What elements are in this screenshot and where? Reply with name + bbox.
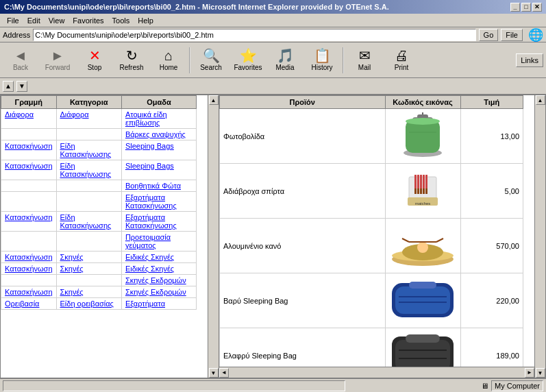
left-table-cell: Ατομικά είδη επιβίωσης (121, 109, 196, 129)
left-table-cell: Είδη Κατασκήνωσης (56, 140, 121, 160)
address-input[interactable] (33, 29, 475, 41)
left-table-link[interactable]: Κατασκήνωση (5, 253, 53, 261)
right-scroll-area[interactable]: Προϊόν Κωδικός εικόνας Τιμή Φωτοβολίδα 1… (219, 95, 534, 367)
left-table-link[interactable]: Ορειβασία (5, 299, 39, 308)
svg-rect-37 (406, 334, 440, 343)
left-table-cell: Κατασκήνωση (1, 212, 57, 232)
menu-favorites[interactable]: Favorites (69, 16, 108, 25)
maximize-button[interactable]: □ (521, 3, 531, 12)
menu-tools[interactable]: Tools (108, 16, 134, 25)
svg-rect-8 (414, 175, 417, 188)
right-scrollbar-h[interactable]: ◄ ► (219, 367, 534, 378)
left-table-link[interactable]: Κατασκήνωση (5, 213, 53, 221)
media-button[interactable]: 🎵 Media (267, 45, 303, 76)
right-table-image-cell (385, 109, 460, 164)
right-table-row: Ελαφρύ Sleeping Bag 189,00 (220, 328, 523, 367)
col-header-kategoria: Κατηγορια (56, 96, 121, 109)
right-table-price: 220,00 (460, 273, 523, 328)
left-table-link[interactable]: Εξαρτήματα Κατασκήνωσης (125, 193, 177, 210)
toolbar: ◄ Back ► Forward ✕ Stop ↻ Refresh ⌂ Home… (0, 42, 546, 78)
left-table-cell: Είδη ορειβασίας (56, 298, 121, 310)
left-table-link[interactable]: Διάφορα (5, 110, 34, 119)
left-table-row: ΟρειβασίαΕίδη ορειβασίαςΕξαρτήματα (1, 298, 197, 310)
left-table-link[interactable]: Ειδικές Σκηνές (125, 253, 174, 261)
left-table-link[interactable]: Κατασκήνωση (5, 142, 53, 150)
scroll-up-button[interactable]: ▲ (209, 95, 219, 105)
left-table-link[interactable]: Σκηνές (60, 265, 84, 273)
right-table-image-cell (385, 273, 460, 328)
left-table-cell: Sleeping Bags (121, 160, 196, 180)
scroll-down-button[interactable]: ▼ (209, 368, 219, 378)
left-table-link[interactable]: Διάφορα (60, 110, 89, 119)
left-table-cell (56, 180, 121, 192)
left-table-row: Προετοιμασία γεύματος (1, 232, 197, 252)
left-table-link[interactable]: Sleeping Bags (125, 162, 174, 170)
left-scroll-area[interactable]: Γραμμή Κατηγορια Ομαδα ΔιάφοραΔιάφοραΑτο… (1, 95, 208, 378)
left-table-link[interactable]: Είδη Κατασκήνωσης (60, 213, 112, 230)
file-button[interactable]: File (501, 29, 523, 41)
left-table-link[interactable]: Κατασκήνωση (5, 265, 53, 273)
left-table-link[interactable]: Ειδικές Σκηνές (125, 265, 174, 273)
left-table-row: ΚατασκήνωσηΣκηνέςΕιδικές Σκηνές (1, 252, 197, 263)
mail-button[interactable]: ✉ Mail (347, 45, 382, 76)
left-table-link[interactable]: Σκηνές Εκδρομών (125, 276, 186, 284)
svg-rect-15 (423, 188, 425, 194)
back-button[interactable]: ◄ Back (3, 45, 38, 76)
favorites-button[interactable]: ⭐ Favorites (230, 45, 266, 76)
left-table-link[interactable]: Προετοιμασία γεύματος (125, 233, 171, 249)
right-table-product: Ελαφρύ Sleeping Bag (220, 328, 386, 367)
links-button[interactable]: Links (516, 53, 543, 67)
history-button[interactable]: 📋 History (304, 45, 340, 76)
back-label: Back (13, 64, 28, 71)
stop-button[interactable]: ✕ Stop (77, 45, 112, 76)
left-table-link[interactable]: Ατομικά είδη επιβίωσης (125, 110, 167, 127)
go-button[interactable]: Go (479, 29, 499, 41)
left-table-link[interactable]: Σκηνές (60, 253, 84, 261)
menu-help[interactable]: Help (134, 16, 158, 25)
home-button[interactable]: ⌂ Home (151, 45, 186, 76)
left-table-link[interactable]: Βάρκες αναψυχής (125, 130, 186, 138)
right-table-product: Αδιάβροχα σπίρτα (220, 164, 386, 219)
left-table-link[interactable]: Σκηνές (60, 288, 84, 296)
left-table-link[interactable]: Βοηθητικά Φώτα (125, 182, 181, 190)
left-scrollbar[interactable]: ▲ ▼ (208, 95, 219, 378)
left-table-link[interactable]: Εξαρτήματα (125, 299, 165, 308)
product-image: matches (388, 167, 457, 215)
left-table-link[interactable]: Είδη Κατασκήνωσης (60, 162, 112, 178)
svg-point-5 (406, 118, 440, 125)
left-table-link[interactable]: Είδη ορειβασίας (60, 299, 114, 308)
menu-view[interactable]: View (45, 16, 69, 25)
right-scroll-right-button[interactable]: ► (525, 368, 534, 378)
stop-label: Stop (88, 64, 102, 71)
search-button[interactable]: 🔍 Search (193, 45, 229, 76)
left-table-cell: Κατασκήνωση (1, 252, 57, 263)
nav-up-button[interactable]: ▲ (3, 81, 14, 92)
left-table-link[interactable]: Εξαρτήματα Κατασκήνωσης (125, 213, 177, 230)
svg-point-23 (417, 242, 428, 253)
menu-edit[interactable]: Edit (23, 16, 45, 25)
left-table-link[interactable]: Σκηνές Εκδρομών (125, 288, 186, 296)
print-button[interactable]: 🖨 Print (384, 45, 419, 76)
nav-down-button[interactable]: ▼ (16, 81, 27, 92)
close-button[interactable]: ✕ (532, 3, 542, 12)
right-scrollbar-v[interactable]: ▲ ▼ (534, 95, 545, 378)
minimize-button[interactable]: _ (510, 3, 520, 12)
svg-rect-11 (417, 188, 419, 194)
nav-bar: ▲ ▼ (0, 78, 546, 95)
right-table-image-cell (385, 328, 460, 367)
left-table-link[interactable]: Κατασκήνωση (5, 162, 53, 170)
right-table-image-cell (385, 219, 460, 273)
left-table-link[interactable]: Είδη Κατασκήνωσης (60, 142, 112, 158)
refresh-button[interactable]: ↻ Refresh (114, 45, 149, 76)
right-scroll-down-button[interactable]: ▼ (536, 368, 545, 378)
right-scroll-left-button[interactable]: ◄ (219, 368, 229, 378)
forward-button[interactable]: ► Forward (40, 45, 75, 76)
left-table-link[interactable]: Κατασκήνωση (5, 288, 53, 296)
left-table-link[interactable]: Sleeping Bags (125, 142, 174, 150)
scroll-track[interactable] (208, 105, 219, 368)
menu-file[interactable]: File (3, 16, 23, 25)
right-scroll-up-button[interactable]: ▲ (536, 95, 545, 105)
right-scroll-track[interactable] (535, 105, 545, 368)
right-table-price: 189,00 (460, 328, 523, 367)
svg-rect-1 (406, 120, 440, 153)
